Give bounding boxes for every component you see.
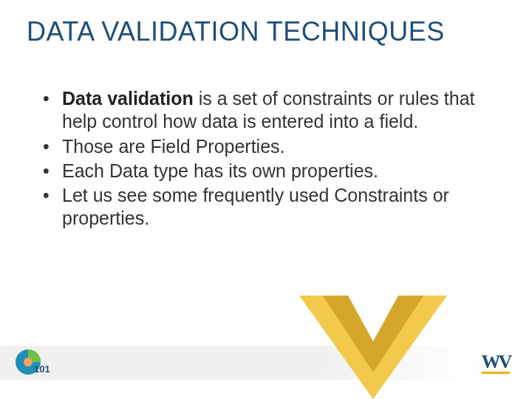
bullet-text: Let us see some frequently used Constrai… xyxy=(62,185,449,228)
list-item: Each Data type has its own properties. xyxy=(40,160,495,183)
list-item: Let us see some frequently used Constrai… xyxy=(40,184,495,231)
slide-body: Data validation is a set of constraints … xyxy=(40,87,495,232)
footer-band xyxy=(0,346,532,380)
bullet-bold: Data validation xyxy=(62,88,194,109)
bullet-text: Each Data type has its own properties. xyxy=(62,160,378,181)
svg-point-3 xyxy=(24,358,33,366)
course-logo-icon: 101 xyxy=(15,347,50,377)
wv-logo-icon: WV xyxy=(477,350,514,377)
slide: DATA VALIDATION TECHNIQUES Data validati… xyxy=(0,0,532,399)
list-item: Those are Field Properties. xyxy=(40,135,495,158)
bullet-list: Data validation is a set of constraints … xyxy=(40,87,495,231)
footer-bottom-bar xyxy=(0,380,532,399)
slide-title: DATA VALIDATION TECHNIQUES xyxy=(27,16,517,47)
list-item: Data validation is a set of constraints … xyxy=(40,87,495,134)
wv-logo-text: WV xyxy=(482,353,511,373)
course-logo-label: 101 xyxy=(34,364,50,375)
bullet-text: Those are Field Properties. xyxy=(62,136,285,157)
